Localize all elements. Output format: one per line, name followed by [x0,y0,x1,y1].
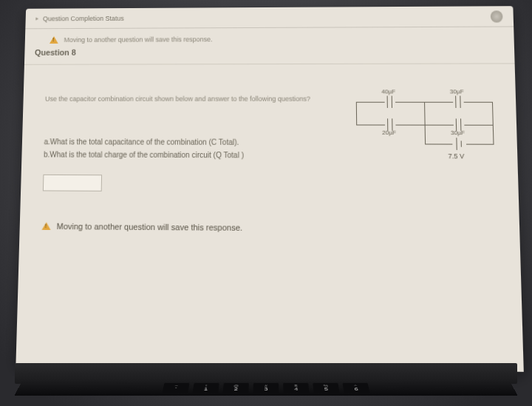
warning-icon [50,36,58,44]
completion-status-link[interactable]: ▸ Question Completion Status [35,14,124,21]
question-prompt: Use the capacitor combination circuit sh… [45,95,326,104]
capacitor-c3 [385,121,396,128]
voltage-label: 7.5 V [448,152,464,160]
key-1: !1 [192,382,219,393]
capacitor-c1 [385,98,395,106]
chevron-right-icon: ▸ [35,16,38,22]
key-2: @2 [223,382,249,393]
circuit-diagram: 40µF 30µF 20µF 30µF 7.5 V [356,87,494,155]
quiz-screen: ▸ Question Completion Status Moving to a… [16,6,523,372]
capacitor-c2 [453,98,464,106]
question-number-label: Question 8 [24,45,515,65]
capacitor-c3-label: 20µF [382,129,396,136]
warning-text-bottom: Moving to another question will save thi… [56,221,242,231]
warning-text-top: Moving to another question will save thi… [64,35,213,44]
battery-icon [452,138,466,149]
question-content: Use the capacitor combination circuit sh… [19,64,520,249]
keyboard: ~` !1 @2 #3 $4 %5 ^6 [14,381,517,396]
gear-icon[interactable] [491,10,503,22]
photo-background: ▸ Question Completion Status Moving to a… [0,0,532,406]
capacitor-c1-label: 40µF [381,88,395,95]
top-bar: ▸ Question Completion Status [25,6,514,29]
key-4: $4 [283,382,309,393]
capacitor-c2-label: 30µF [450,88,464,95]
key-3: #3 [253,382,279,393]
answer-input[interactable] [43,174,102,191]
key-6: ^6 [342,382,369,393]
key-5: %5 [313,382,339,393]
warning-row-bottom: Moving to another question will save thi… [41,221,504,234]
warning-row-top: Moving to another question will save thi… [25,27,514,47]
capacitor-c4-label: 30µF [451,129,465,136]
warning-icon [42,222,51,229]
key-tilde: ~` [162,382,189,393]
capacitor-c4 [454,121,465,128]
completion-status-label: Question Completion Status [43,14,124,21]
